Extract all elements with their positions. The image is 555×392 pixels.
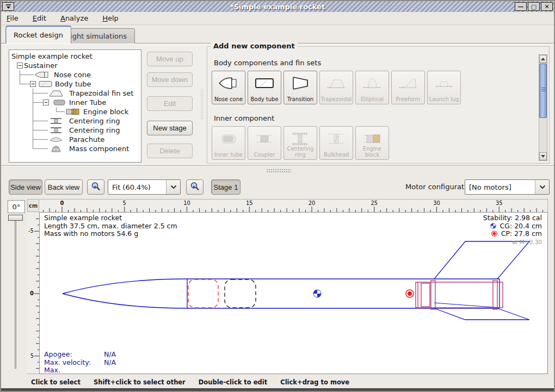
menu-file[interactable]: File	[7, 14, 18, 22]
zoom-level-select[interactable]: Fit (60.4%)	[108, 179, 181, 195]
add-freeform-fin-button[interactable]: Freeform	[391, 71, 425, 104]
window-title: *Simple example rocket	[1, 3, 554, 11]
ruler-label: 30	[433, 200, 440, 206]
maximize-button[interactable]: ▢	[528, 2, 540, 11]
inner-tube-icon	[52, 98, 67, 107]
vertical-splitter[interactable]	[200, 89, 203, 119]
freeform-fin-icon	[397, 76, 419, 91]
body-section-label: Body components and fin sets	[214, 59, 321, 67]
motor-config-select[interactable]: [No motors]	[465, 179, 550, 195]
add-nose-cone-button[interactable]: Nose cone	[212, 71, 245, 104]
group-title: Add new component	[211, 42, 298, 50]
rotation-slider[interactable]	[15, 216, 16, 369]
add-component-group: Add new component Body components and fi…	[207, 46, 550, 164]
add-body-tube-button[interactable]: Body tube	[248, 71, 281, 104]
rocket-canvas[interactable]: Simple example rocket Length 37.5 cm, ma…	[39, 212, 548, 374]
trapezoidal-fin-icon	[325, 76, 347, 91]
title-bar[interactable]: *Simple example rocket — ▢ ✕	[1, 1, 554, 12]
launch-lug-icon	[433, 76, 455, 91]
component-scrollbar[interactable]	[539, 54, 547, 161]
centering-ring-icon	[48, 117, 64, 125]
collapse-icon[interactable]: −	[30, 81, 36, 87]
hint-double-click: Double-click to edit	[199, 378, 267, 386]
zoom-out-button[interactable]	[87, 179, 104, 195]
side-view-button[interactable]: Side view	[9, 179, 42, 195]
app-window: *Simple example rocket — ▢ ✕ File Edit A…	[0, 0, 555, 392]
menu-bar: File Edit Analyze Help	[1, 12, 554, 25]
add-transition-button[interactable]: Transition	[283, 71, 317, 104]
menu-edit[interactable]: Edit	[33, 14, 46, 22]
add-inner-tube-button[interactable]: Inner tube	[212, 126, 245, 160]
menu-analyze[interactable]: Analyze	[60, 14, 88, 22]
centering-ring-icon	[48, 126, 64, 134]
add-launch-lug-button[interactable]: Launch lug	[427, 71, 461, 104]
close-button[interactable]: ✕	[541, 2, 553, 11]
window-menu-icon[interactable]	[2, 2, 14, 11]
new-stage-button[interactable]: New stage	[147, 121, 193, 135]
add-trapezoidal-fin-button[interactable]: Trapezoidal	[319, 71, 353, 104]
body-tube-icon	[254, 76, 275, 91]
add-centering-ring-button[interactable]: Centering ring	[283, 126, 317, 160]
component-tree[interactable]: Simple example rocket − Sustainer Nose c…	[9, 49, 141, 163]
cg-marker	[313, 290, 321, 297]
trapezoidal-fin-icon	[48, 89, 64, 97]
ruler-label: 20	[309, 200, 316, 206]
add-bulkhead-button[interactable]: Bulkhead	[319, 126, 353, 160]
tree-item-inner-tube[interactable]: − Inner Tube	[9, 98, 141, 107]
tree-item-sustainer[interactable]: − Sustainer	[9, 61, 141, 70]
elliptical-fin-icon	[361, 76, 383, 91]
status-bar: Click to select Shift+click to select ot…	[1, 375, 554, 389]
edit-button[interactable]: Edit	[147, 96, 193, 111]
collapse-icon[interactable]: −	[43, 99, 49, 105]
tree-item-nose-cone[interactable]: Nose cone	[9, 70, 141, 79]
engine-block-icon	[361, 131, 383, 146]
ruler-label: 5	[123, 200, 126, 206]
inner-section-label: Inner component	[214, 114, 274, 122]
scrollbar-thumb[interactable]	[539, 64, 547, 118]
design-pane: Simple example rocket − Sustainer Nose c…	[1, 43, 554, 165]
tree-item-mass-component[interactable]: Mass component	[9, 144, 141, 153]
collapse-icon[interactable]: −	[17, 63, 23, 69]
tree-item-parachute[interactable]: Parachute	[9, 135, 141, 144]
ruler-label: 15	[246, 200, 253, 206]
chevron-down-icon	[166, 180, 180, 194]
tree-item-centering-ring-2[interactable]: Centering ring	[9, 126, 141, 135]
tree-item-trapezoidal-fin-set[interactable]: Trapezoidal fin set	[9, 89, 141, 98]
chevron-down-icon	[535, 180, 549, 194]
add-coupler-button[interactable]: Coupler	[248, 126, 281, 160]
window-frame-bottom	[1, 388, 554, 391]
tab-rocket-design[interactable]: Rocket design	[5, 26, 71, 43]
tree-item-body-tube[interactable]: − Body tube	[9, 79, 141, 89]
stage1-toggle-button[interactable]: Stage 1	[211, 179, 240, 195]
ruler-label: 0	[30, 290, 34, 296]
tree-item-rocket[interactable]: Simple example rocket	[9, 52, 141, 61]
scroll-down-icon[interactable]	[539, 152, 547, 160]
ruler-label: 25	[371, 200, 378, 206]
hint-shift-click: Shift+click to select other	[94, 378, 186, 386]
horizontal-splitter[interactable]	[266, 169, 291, 172]
move-up-button[interactable]: Move up	[147, 52, 193, 66]
back-view-button[interactable]: Back view	[45, 179, 83, 195]
tree-item-engine-block[interactable]: Engine block	[9, 107, 141, 116]
tree-item-centering-ring-1[interactable]: Centering ring	[9, 116, 141, 126]
scroll-up-icon[interactable]	[539, 55, 547, 63]
add-elliptical-fin-button[interactable]: Elliptical	[355, 71, 389, 104]
coupler-icon	[254, 131, 275, 146]
cg-icon	[490, 223, 496, 229]
minimize-button[interactable]: —	[515, 2, 527, 11]
add-engine-block-button[interactable]: Engine block	[355, 126, 389, 160]
move-down-button[interactable]: Move down	[147, 72, 193, 87]
tab-strip: Rocket design Flight simulations	[1, 25, 554, 43]
rocket-info: Simple example rocket Length 37.5 cm, ma…	[44, 214, 177, 238]
ruler-label: 5	[30, 353, 34, 359]
pane-divider	[1, 165, 554, 166]
hint-drag: Click+drag to move	[280, 378, 349, 386]
nose-cone-icon	[218, 76, 239, 91]
rotation-slider-handle[interactable]	[8, 215, 23, 221]
parachute-icon	[48, 135, 64, 144]
cp-icon	[491, 231, 497, 237]
ruler-label: -5	[28, 228, 34, 234]
delete-button[interactable]: Delete	[147, 144, 193, 158]
menu-help[interactable]: Help	[102, 14, 119, 22]
zoom-in-button[interactable]	[186, 179, 203, 195]
